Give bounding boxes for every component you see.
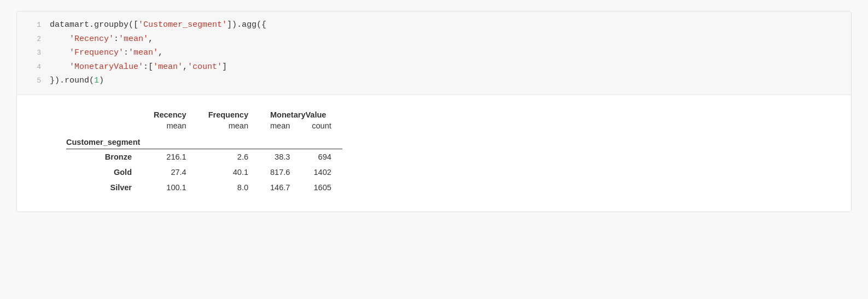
bronze-recency-mean: 216.1 — [143, 149, 197, 165]
code-content-5: }).round(1) — [50, 74, 104, 88]
table-row-bronze: Bronze 216.1 2.6 38.3 694 — [66, 149, 342, 165]
output-area: Recency Frequency MonetaryValue mean mea… — [17, 95, 851, 212]
silver-monetary-mean: 146.7 — [259, 180, 301, 195]
col-header-recency: Recency — [143, 106, 197, 120]
code-line-5: 5 }).round(1) — [26, 74, 842, 88]
code-block: 1 datamart.groupby(['Customer_segment'])… — [17, 11, 851, 95]
row-index-silver: Silver — [66, 180, 143, 195]
row-index-bronze: Bronze — [66, 149, 143, 165]
silver-monetary-count: 1605 — [301, 180, 342, 195]
code-content-1: datamart.groupby(['Customer_segment']).a… — [50, 18, 266, 32]
line-number-1: 1 — [26, 19, 41, 31]
col-header-monetary: MonetaryValue — [259, 106, 342, 120]
subheader-frequency-mean: mean — [197, 120, 259, 134]
line-number-4: 4 — [26, 61, 41, 73]
index-label: Customer_segment — [66, 134, 342, 149]
column-header-row-2: mean mean mean count — [66, 120, 342, 134]
code-line-4: 4 'MonetaryValue':['mean','count'] — [26, 60, 842, 74]
subheader-monetary-count: count — [301, 120, 342, 134]
results-table: Recency Frequency MonetaryValue mean mea… — [66, 106, 342, 195]
code-line-1: 1 datamart.groupby(['Customer_segment'])… — [26, 18, 842, 32]
table-row-silver: Silver 100.1 8.0 146.7 1605 — [66, 180, 342, 195]
gold-recency-mean: 27.4 — [143, 165, 197, 180]
index-label-row: Customer_segment — [66, 134, 342, 149]
col-header-frequency: Frequency — [197, 106, 259, 120]
empty-header-2 — [66, 120, 143, 134]
row-index-gold: Gold — [66, 165, 143, 180]
gold-monetary-count: 1402 — [301, 165, 342, 180]
notebook-cell: 1 datamart.groupby(['Customer_segment'])… — [16, 11, 852, 212]
column-header-row-1: Recency Frequency MonetaryValue — [66, 106, 342, 120]
code-content-3: 'Frequency':'mean', — [50, 46, 163, 60]
gold-frequency-mean: 40.1 — [197, 165, 259, 180]
subheader-monetary-mean: mean — [259, 120, 301, 134]
code-line-3: 3 'Frequency':'mean', — [26, 46, 842, 60]
bronze-monetary-count: 694 — [301, 149, 342, 165]
code-content-2: 'Recency':'mean', — [50, 32, 153, 46]
line-number-2: 2 — [26, 33, 41, 45]
silver-recency-mean: 100.1 — [143, 180, 197, 195]
bronze-monetary-mean: 38.3 — [259, 149, 301, 165]
gold-monetary-mean: 817.6 — [259, 165, 301, 180]
table-row-gold: Gold 27.4 40.1 817.6 1402 — [66, 165, 342, 180]
bronze-frequency-mean: 2.6 — [197, 149, 259, 165]
empty-header-1 — [66, 106, 143, 120]
code-content-4: 'MonetaryValue':['mean','count'] — [50, 60, 227, 74]
silver-frequency-mean: 8.0 — [197, 180, 259, 195]
line-number-3: 3 — [26, 47, 41, 59]
code-line-2: 2 'Recency':'mean', — [26, 32, 842, 46]
line-number-5: 5 — [26, 75, 41, 87]
subheader-recency-mean: mean — [143, 120, 197, 134]
